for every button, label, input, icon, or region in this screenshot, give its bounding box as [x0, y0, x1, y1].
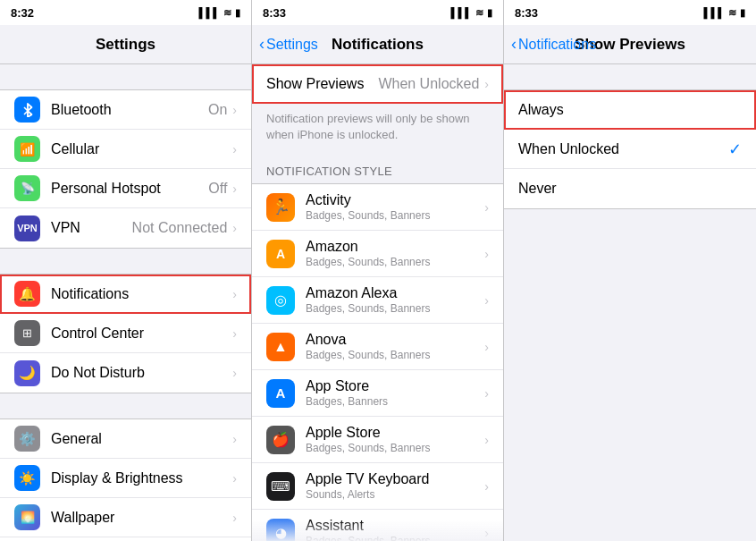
preview-description: Notification previews will only be shown… — [252, 104, 503, 150]
general-label: General — [51, 431, 232, 447]
app-store-icon: A — [266, 379, 295, 408]
apple-store-sub: Badges, Sounds, Banners — [306, 442, 484, 454]
notifications-title: Notifications — [332, 36, 424, 54]
cellular-chevron: › — [232, 142, 237, 156]
wallpaper-row[interactable]: 🌅 Wallpaper › — [0, 498, 251, 537]
anova-name: Anova — [306, 332, 484, 348]
activity-sub: Badges, Sounds, Banners — [306, 209, 484, 222]
control-center-row[interactable]: ⊞ Control Center › — [0, 314, 251, 353]
vpn-chevron: › — [232, 221, 237, 235]
general-icon: ⚙️ — [14, 426, 40, 452]
wifi-icon-2: ≋ — [475, 7, 483, 19]
activity-info: Activity Badges, Sounds, Banners — [306, 192, 484, 222]
bluetooth-icon — [14, 97, 40, 123]
never-label: Never — [518, 181, 742, 197]
alexa-sub: Badges, Sounds, Banners — [306, 302, 484, 315]
app-row-apple-tv[interactable]: ⌨ Apple TV Keyboard Sounds, Alerts › — [252, 463, 503, 510]
assistant-sub: Badges, Sounds, Banners — [306, 535, 484, 541]
display-icon: ☀️ — [14, 465, 40, 491]
signal-icon-2: ▌▌▌ — [451, 7, 472, 18]
alexa-info: Amazon Alexa Badges, Sounds, Banners — [306, 285, 484, 315]
app-row-activity[interactable]: 🏃 Activity Badges, Sounds, Banners › — [252, 184, 503, 231]
signal-icon: ▌▌▌ — [199, 7, 220, 18]
show-previews-row[interactable]: Show Previews When Unlocked › — [252, 64, 503, 104]
option-always[interactable]: Always — [504, 90, 756, 130]
status-icons-3: ▌▌▌ ≋ ▮ — [704, 7, 745, 19]
display-brightness-row[interactable]: ☀️ Display & Brightness › — [0, 459, 251, 498]
app-store-name: App Store — [306, 378, 484, 394]
cellular-icon: 📶 — [14, 136, 40, 162]
display-chevron: › — [232, 471, 237, 486]
settings-panel: 8:32 ▌▌▌ ≋ ▮ Settings — [0, 0, 252, 541]
activity-chevron: › — [484, 200, 489, 215]
settings-title: Settings — [96, 36, 155, 54]
battery-icon-2: ▮ — [487, 7, 492, 19]
notifications-back-button[interactable]: ‹ Settings — [259, 35, 318, 54]
notifications-group: 🔔 Notifications › ⊞ Control Center › 🌙 D… — [0, 274, 251, 393]
options-group: Always When Unlocked ✓ Never — [504, 89, 756, 209]
amazon-sub: Badges, Sounds, Banners — [306, 256, 484, 268]
display-label: Display & Brightness — [51, 470, 232, 486]
cellular-row[interactable]: 📶 Cellular › — [0, 130, 251, 169]
hotspot-chevron: › — [232, 182, 237, 196]
wifi-icon: ≋ — [223, 7, 231, 19]
always-label: Always — [518, 102, 742, 118]
apple-tv-info: Apple TV Keyboard Sounds, Alerts — [306, 471, 484, 501]
wifi-icon-3: ≋ — [728, 7, 736, 19]
hotspot-row[interactable]: 📡 Personal Hotspot Off › — [0, 169, 251, 208]
bluetooth-chevron: › — [232, 103, 237, 117]
app-row-anova[interactable]: ▲ Anova Badges, Sounds, Banners › — [252, 324, 503, 370]
show-previews-nav-bar: ‹ Notifications Show Previews — [504, 25, 756, 64]
apple-store-icon: 🍎 — [266, 426, 295, 454]
apple-store-name: Apple Store — [306, 425, 484, 441]
show-previews-back-button[interactable]: ‹ Notifications — [511, 35, 596, 54]
time-1: 8:32 — [11, 6, 34, 20]
notifications-chevron: › — [232, 287, 237, 301]
apple-store-chevron: › — [484, 433, 489, 447]
status-icons-1: ▌▌▌ ≋ ▮ — [199, 7, 240, 19]
apple-tv-icon: ⌨ — [266, 472, 295, 501]
notifications-nav-bar: ‹ Settings Notifications — [252, 25, 503, 64]
general-chevron: › — [232, 432, 237, 446]
alexa-chevron: › — [484, 293, 489, 308]
do-not-disturb-chevron: › — [232, 366, 237, 380]
option-when-unlocked[interactable]: When Unlocked ✓ — [504, 130, 756, 169]
settings-list: Bluetooth On › 📶 Cellular › 📡 Personal H… — [0, 64, 251, 541]
activity-icon: 🏃 — [266, 193, 295, 222]
back-label: Settings — [266, 37, 318, 53]
notifications-row[interactable]: 🔔 Notifications › — [0, 275, 251, 314]
sounds-haptics-row[interactable]: 🔊 Sounds & Haptics › — [0, 537, 251, 541]
app-row-amazon-alexa[interactable]: ◎ Amazon Alexa Badges, Sounds, Banners › — [252, 277, 503, 324]
do-not-disturb-label: Do Not Disturb — [51, 365, 232, 381]
app-row-apple-store[interactable]: 🍎 Apple Store Badges, Sounds, Banners › — [252, 417, 503, 463]
show-previews-value: When Unlocked — [378, 76, 479, 92]
anova-chevron: › — [484, 340, 489, 354]
apple-store-info: Apple Store Badges, Sounds, Banners — [306, 425, 484, 454]
app-row-assistant[interactable]: ◕ Assistant Badges, Sounds, Banners › — [252, 510, 503, 541]
bluetooth-row[interactable]: Bluetooth On › — [0, 90, 251, 130]
battery-icon: ▮ — [235, 7, 240, 19]
app-store-sub: Badges, Banners — [306, 395, 484, 408]
battery-icon-3: ▮ — [740, 7, 745, 19]
alexa-name: Amazon Alexa — [306, 285, 484, 301]
back-chevron-icon-3: ‹ — [511, 35, 517, 54]
status-bar-1: 8:32 ▌▌▌ ≋ ▮ — [0, 0, 251, 25]
vpn-value: Not Connected — [132, 220, 228, 236]
hotspot-label: Personal Hotspot — [51, 181, 208, 197]
do-not-disturb-row[interactable]: 🌙 Do Not Disturb › — [0, 353, 251, 393]
status-bar-2: 8:33 ▌▌▌ ≋ ▮ — [252, 0, 503, 25]
general-row[interactable]: ⚙️ General › — [0, 419, 251, 459]
app-row-app-store[interactable]: A App Store Badges, Banners › — [252, 370, 503, 417]
notifications-icon: 🔔 — [14, 281, 40, 307]
apple-tv-sub: Sounds, Alerts — [306, 488, 484, 501]
vpn-label: VPN — [51, 220, 132, 236]
status-icons-2: ▌▌▌ ≋ ▮ — [451, 7, 492, 19]
app-row-amazon[interactable]: A Amazon Badges, Sounds, Banners › — [252, 231, 503, 277]
option-never[interactable]: Never — [504, 169, 756, 208]
cellular-label: Cellular — [51, 141, 232, 157]
vpn-row[interactable]: VPN VPN Not Connected › — [0, 208, 251, 248]
anova-info: Anova Badges, Sounds, Banners — [306, 332, 484, 361]
app-group: 🏃 Activity Badges, Sounds, Banners › A A… — [252, 183, 503, 541]
app-list: 🏃 Activity Badges, Sounds, Banners › A A… — [252, 183, 503, 541]
do-not-disturb-icon: 🌙 — [14, 360, 40, 386]
